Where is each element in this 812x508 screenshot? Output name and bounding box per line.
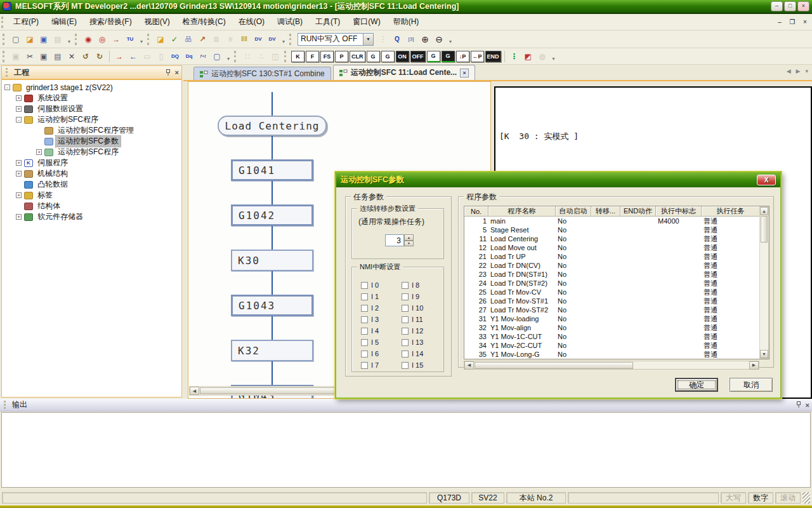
print-icon[interactable]: ▤	[51, 32, 65, 46]
tree-item[interactable]: + K 伺服程序	[2, 157, 181, 168]
tree-expand-icon[interactable]: +	[16, 214, 22, 220]
tab-menu-icon[interactable]: ▾	[805, 68, 808, 74]
on-button[interactable]: ON	[396, 51, 409, 62]
tab-sfc-130[interactable]: 运动控制SFC 130:ST#1 Combine	[193, 67, 331, 80]
tree-expand-icon[interactable]: +	[16, 95, 22, 101]
close-panel-icon[interactable]: ×	[175, 69, 179, 76]
assign-icon[interactable]: ≣	[209, 32, 223, 46]
toolbar-grip[interactable]	[147, 34, 152, 45]
spinner-down-icon[interactable]: ▼	[404, 241, 414, 247]
table-row[interactable]: 5 Stage Reset No 普通	[464, 225, 759, 234]
toolbar-overflow-icon[interactable]: ▾	[280, 33, 287, 46]
col-header-end[interactable]: END动作	[620, 206, 656, 217]
branch-connect-icon[interactable]: ⋮	[508, 50, 521, 64]
menu-item[interactable]: 在线(O)	[232, 14, 271, 30]
tab-close-icon[interactable]: ×	[460, 69, 469, 77]
delete-icon[interactable]: ✕	[65, 50, 79, 64]
tree-item[interactable]: - grinder13 stage1 z(SV22)	[2, 82, 181, 93]
toolbar-overflow-icon[interactable]: ▾	[225, 50, 232, 63]
menu-item[interactable]: 编辑(E)	[45, 14, 83, 30]
panel-grip[interactable]	[6, 68, 10, 77]
end-button[interactable]: END	[485, 51, 501, 62]
ok-button[interactable]: 确定	[675, 378, 718, 392]
table-row[interactable]: 27 Load Tr Mov-ST#2 No 普通	[464, 305, 759, 314]
table-row[interactable]: 33 Y1 Mov-1C-CUT No 普通	[464, 332, 759, 341]
tree-expand-icon[interactable]: +	[16, 192, 22, 198]
tree-item[interactable]: + 系统设置	[2, 93, 181, 104]
table-row[interactable]: 35 Y1 Mov-Long-G No 普通	[464, 350, 759, 359]
assign2-icon[interactable]: ≡	[223, 32, 237, 46]
table-row[interactable]: 1 main No M4000 普通	[464, 217, 759, 225]
toolbar-overflow-icon[interactable]: ▾	[138, 33, 145, 46]
menu-item[interactable]: 调试(B)	[271, 14, 309, 30]
table-row[interactable]: 24 Load Tr DN(ST#2) No 普通	[464, 279, 759, 288]
doc-restore-icon[interactable]: ❒	[788, 18, 797, 25]
g-shift-button[interactable]: G	[427, 51, 440, 62]
tree-item[interactable]: 运动控制SFC参数	[2, 136, 181, 147]
tree-item[interactable]: + 伺服数据设置	[2, 104, 181, 114]
doc-close-icon[interactable]: ×	[801, 18, 809, 25]
checkbox[interactable]	[402, 305, 409, 312]
pin-icon[interactable]	[796, 401, 802, 408]
toolbar-overflow-icon[interactable]: ▾	[447, 33, 454, 46]
spinner-up-icon[interactable]: ▲	[404, 234, 414, 241]
tree-expand-icon[interactable]: -	[16, 117, 22, 123]
toolbar-grip[interactable]	[289, 34, 294, 45]
pin-icon[interactable]	[165, 69, 171, 76]
checkbox[interactable]	[402, 293, 409, 300]
fs-step-button[interactable]: FS	[320, 51, 334, 62]
scroll-down-icon[interactable]: ▼	[760, 350, 768, 358]
menubar-grip[interactable]	[1, 17, 6, 28]
col-header-auto[interactable]: 自动启动	[556, 206, 591, 217]
table-row[interactable]: 31 Y1 Mov-loading No 普通	[464, 314, 759, 323]
clr-step-button[interactable]: CLR	[350, 51, 365, 62]
checkbox[interactable]	[361, 293, 368, 300]
scroll-up-icon[interactable]: ▲	[760, 207, 768, 215]
toolbar-grip[interactable]	[3, 34, 7, 45]
col-header-no[interactable]: No.	[464, 206, 488, 217]
tree-item[interactable]: 结构体	[2, 201, 181, 211]
table-vertical-scrollbar[interactable]: ▲ ▼	[759, 206, 769, 359]
project-search-icon[interactable]: ◉	[81, 32, 95, 46]
resize-grip[interactable]	[802, 492, 810, 504]
dev-batch-monitor-icon[interactable]: DQ	[168, 50, 182, 64]
panel-grip[interactable]	[4, 401, 8, 409]
table-row[interactable]: 12 Load Move out No 普通	[464, 243, 759, 252]
checkbox[interactable]	[402, 339, 409, 346]
checkbox[interactable]	[361, 305, 368, 312]
toolbar-grip[interactable]	[75, 34, 79, 45]
f-step-button[interactable]: F	[306, 51, 319, 62]
table-horizontal-scrollbar[interactable]: ◀ ▶	[464, 361, 759, 370]
save-project-icon[interactable]: ▣	[37, 32, 51, 46]
table-row[interactable]: 32 Y1 Mov-align No 普通	[464, 323, 759, 332]
table-row[interactable]: 23 Load Tr DN(ST#1) No 普通	[464, 270, 759, 279]
k-step-button[interactable]: K	[291, 51, 304, 62]
transfer-setup-icon[interactable]: →	[109, 32, 123, 46]
checkbox[interactable]	[361, 328, 368, 335]
copy-project-icon[interactable]: ▣	[9, 50, 23, 64]
pointer-p-button[interactable]: ←P	[471, 51, 484, 62]
tree-item[interactable]: + 运动控制SFC程序	[2, 147, 181, 157]
check-program-icon[interactable]: ✓	[167, 32, 181, 46]
tree-item[interactable]: + 机械结构	[2, 168, 181, 179]
g2-transition-button[interactable]: G	[381, 51, 395, 62]
close-panel-icon[interactable]: ×	[806, 401, 809, 409]
toolbar-grip[interactable]	[284, 51, 289, 62]
checkbox[interactable]	[361, 282, 368, 289]
menu-item[interactable]: 搜索/替换(F)	[83, 14, 138, 30]
table-row[interactable]: 21 Load Tr UP No 普通	[464, 252, 759, 261]
table-row[interactable]: 34 Y1 Mov-2C-CUT No 普通	[464, 341, 759, 350]
redo-icon[interactable]: ↻	[93, 50, 107, 64]
g-shift-dark-button[interactable]: G	[442, 51, 455, 62]
zoom-in-icon[interactable]: ⊕	[418, 32, 432, 46]
cancel-button[interactable]: 取消	[730, 378, 773, 392]
tree-item[interactable]: 运动控制SFC程序管理	[2, 125, 181, 136]
table-row[interactable]: 22 Load Tr DN(CV) No 普通	[464, 261, 759, 270]
menu-item[interactable]: 工具(T)	[309, 14, 346, 30]
minimize-button[interactable]: –	[771, 1, 783, 11]
table-row[interactable]: 11 Load Centering No 普通	[464, 234, 759, 243]
toolbar-grip[interactable]	[234, 51, 239, 62]
chevron-down-icon[interactable]: ▼	[363, 34, 373, 45]
sfc-diagram-icon[interactable]: ∷	[240, 50, 254, 64]
sfc-grid-icon[interactable]: ◫	[268, 50, 282, 64]
